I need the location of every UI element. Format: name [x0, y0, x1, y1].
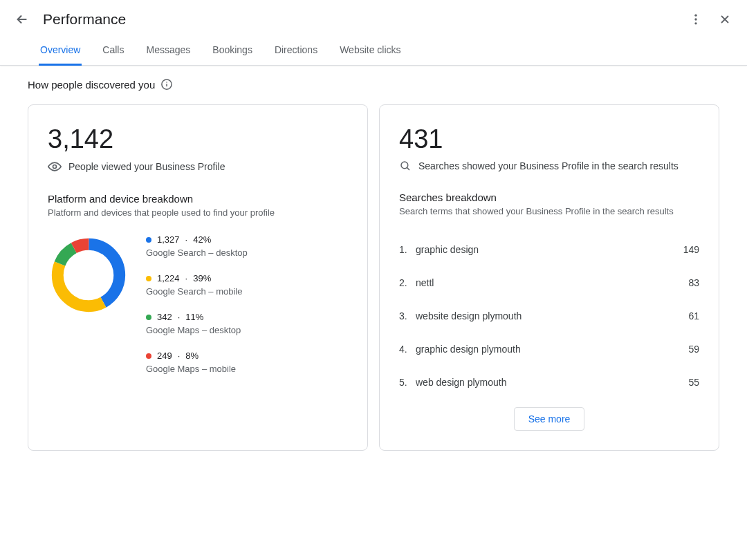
search-idx: 2. — [399, 277, 416, 288]
svg-point-5 — [167, 82, 168, 83]
info-icon[interactable] — [160, 78, 173, 91]
legend-pct: 11% — [185, 312, 203, 322]
search-list: 1. graphic design 149 2. nettl 83 3. web… — [399, 233, 699, 399]
search-term: website design plymouth — [416, 310, 688, 321]
search-term: graphic design — [416, 244, 683, 255]
donut-chart — [48, 234, 129, 316]
see-more-button[interactable]: See more — [514, 407, 585, 431]
searches-breakdown-title: Searches breakdown — [399, 192, 699, 203]
tab-messages[interactable]: Messages — [145, 36, 192, 66]
search-row: 5. web design plymouth 55 — [399, 366, 699, 399]
section-title-text: How people discovered you — [28, 79, 155, 91]
svg-point-2 — [694, 22, 697, 24]
search-row: 3. website design plymouth 61 — [399, 299, 699, 333]
legend-dot — [146, 315, 151, 320]
legend-label: Google Search – mobile — [146, 286, 348, 297]
views-subtitle: People viewed your Business Profile — [68, 161, 225, 172]
search-count: 59 — [688, 344, 699, 355]
legend-pct: 39% — [193, 273, 211, 283]
legend-count: 342 — [157, 312, 172, 322]
breakdown-desc: Platform and devices that people used to… — [48, 207, 348, 218]
svg-point-1 — [694, 18, 697, 20]
svg-point-11 — [401, 162, 408, 169]
legend-item: 249 · 8% Google Maps – mobile — [146, 351, 348, 374]
searches-card: 431 Searches showed your Business Profil… — [379, 104, 719, 451]
legend-pct: 8% — [185, 351, 199, 361]
header: Performance — [0, 0, 747, 36]
searches-subtitle-row: Searches showed your Business Profile in… — [399, 160, 699, 172]
legend-label: Google Maps – desktop — [146, 325, 348, 335]
search-count: 61 — [688, 310, 699, 321]
search-row: 1. graphic design 149 — [399, 233, 699, 266]
section-title: How people discovered you — [0, 66, 747, 91]
search-row: 4. graphic design plymouth 59 — [399, 333, 699, 366]
page-title: Performance — [43, 11, 675, 28]
cards-row: 3,142 People viewed your Business Profil… — [0, 91, 747, 465]
close-icon[interactable] — [717, 11, 733, 28]
search-count: 83 — [688, 277, 699, 288]
tabs: Overview Calls Messages Bookings Directi… — [0, 36, 747, 66]
search-count: 149 — [683, 244, 699, 255]
search-idx: 1. — [399, 244, 416, 255]
more-vert-icon[interactable] — [688, 11, 704, 28]
tab-overview[interactable]: Overview — [39, 36, 82, 66]
search-row: 2. nettl 83 — [399, 266, 699, 299]
legend-count: 249 — [157, 351, 172, 361]
svg-line-12 — [407, 167, 409, 170]
search-term: graphic design plymouth — [416, 344, 688, 355]
legend-label: Google Search – desktop — [146, 248, 348, 258]
search-count: 55 — [688, 377, 699, 388]
search-term: nettl — [416, 277, 688, 288]
searches-breakdown-desc: Search terms that showed your Business P… — [399, 206, 699, 216]
legend-dot — [146, 237, 151, 243]
tab-website-clicks[interactable]: Website clicks — [338, 36, 402, 66]
legend-pct: 42% — [193, 234, 211, 245]
legend-item: 342 · 11% Google Maps – desktop — [146, 312, 348, 335]
search-idx: 3. — [399, 310, 416, 321]
legend-dot — [146, 276, 151, 281]
tab-directions[interactable]: Directions — [273, 36, 319, 66]
svg-point-6 — [53, 165, 57, 169]
legend-item: 1,327 · 42% Google Search – desktop — [146, 234, 348, 258]
search-idx: 5. — [399, 377, 416, 388]
search-idx: 4. — [399, 344, 416, 355]
legend-count: 1,327 — [157, 234, 180, 245]
donut-wrap: 1,327 · 42% Google Search – desktop 1,22… — [48, 234, 348, 389]
breakdown-title: Platform and device breakdown — [48, 193, 348, 205]
views-subtitle-row: People viewed your Business Profile — [48, 160, 348, 174]
tab-bookings[interactable]: Bookings — [211, 36, 254, 66]
legend-label: Google Maps – mobile — [146, 364, 348, 374]
views-total: 3,142 — [48, 124, 348, 154]
searches-subtitle: Searches showed your Business Profile in… — [418, 160, 679, 171]
search-term: web design plymouth — [416, 377, 688, 388]
search-icon — [399, 160, 412, 172]
legend-item: 1,224 · 39% Google Search – mobile — [146, 273, 348, 297]
svg-point-0 — [694, 15, 697, 17]
searches-total: 431 — [399, 124, 699, 154]
legend: 1,327 · 42% Google Search – desktop 1,22… — [146, 234, 348, 389]
legend-count: 1,224 — [157, 273, 180, 283]
back-arrow-icon[interactable] — [14, 11, 30, 28]
legend-dot — [146, 353, 151, 359]
eye-icon — [48, 160, 62, 174]
tab-calls[interactable]: Calls — [101, 36, 125, 66]
views-card: 3,142 People viewed your Business Profil… — [28, 104, 368, 451]
